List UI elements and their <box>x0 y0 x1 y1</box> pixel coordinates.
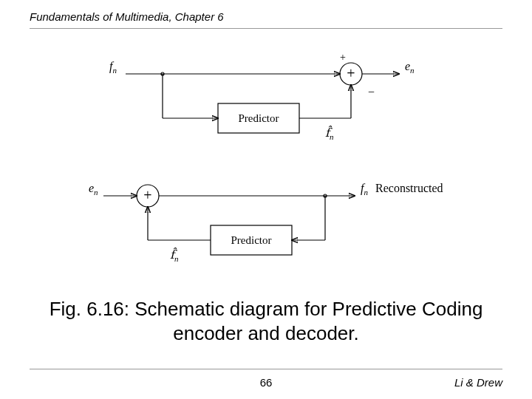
dec-predictor-label: Predictor <box>231 234 272 246</box>
svg-text:f̂n: f̂n <box>170 248 179 263</box>
encoder-output-sub: n <box>410 66 415 75</box>
svg-text:f̂n: f̂n <box>325 126 334 141</box>
decoder-output-sub: n <box>364 188 368 197</box>
decoder-fhat-sub: n <box>174 254 179 263</box>
dec-summing-plus: + <box>143 187 151 203</box>
decoder-input-sub: n <box>94 188 98 197</box>
footer-rule <box>30 369 502 369</box>
reconstructed-label: Reconstructed <box>375 182 443 194</box>
encoder-output-symbol: e <box>405 60 410 72</box>
predictor-label: Predictor <box>239 112 279 124</box>
decoder-diagram: en + fn Reconstructed Predictor f̂n <box>89 174 429 284</box>
svg-text:en: en <box>89 182 98 197</box>
encoder-fhat-sub: n <box>330 132 334 141</box>
svg-text:fn: fn <box>361 182 368 197</box>
svg-text:fn: fn <box>109 60 117 75</box>
page-number: 66 <box>0 376 532 389</box>
header-rule <box>30 28 502 29</box>
svg-text:en: en <box>405 60 415 75</box>
top-plus: + <box>340 52 346 63</box>
figure-caption: Fig. 6.16: Schematic diagram for Predict… <box>30 297 502 345</box>
minus-sign: − <box>368 86 375 98</box>
encoder-input-sub: n <box>112 66 117 75</box>
chapter-header: Fundamentals of Multimedia, Chapter 6 <box>30 10 502 23</box>
encoder-diagram: fn + + − en Predictor f̂n <box>89 52 429 163</box>
authors: Li & Drew <box>454 376 502 389</box>
decoder-input-symbol: e <box>89 182 94 194</box>
summing-plus: + <box>347 65 355 81</box>
